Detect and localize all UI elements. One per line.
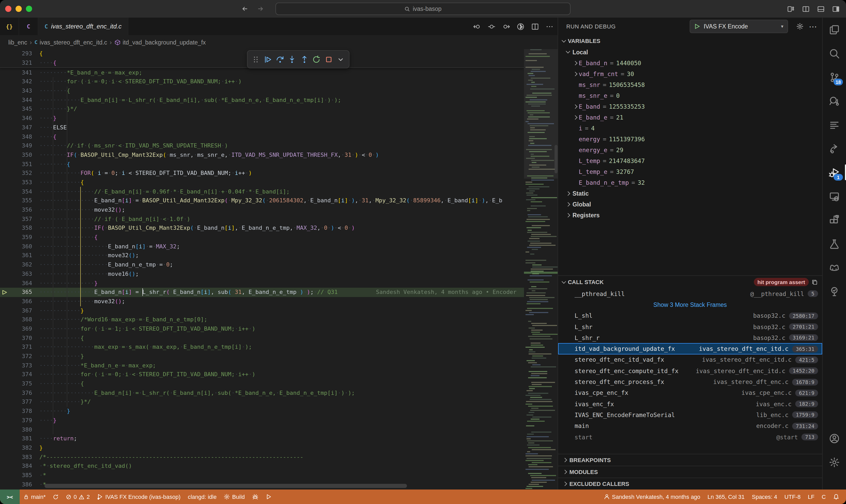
scope-static[interactable]: Static bbox=[558, 188, 822, 199]
code-line[interactable]: 385·* bbox=[0, 471, 524, 480]
code-line[interactable]: 373············*E_band_n_e·=·max_exp; bbox=[0, 361, 524, 370]
step-out-icon[interactable] bbox=[300, 55, 309, 64]
variable-row[interactable]: E_band_n=1440050 bbox=[558, 57, 822, 68]
code-line[interactable]: 358················IF(·BASOP_Util_Cmp_Ma… bbox=[0, 223, 524, 233]
blame-item[interactable]: Sandesh Venkatesh, 4 months ago bbox=[600, 489, 704, 504]
toggle-primary-sidebar-icon[interactable] bbox=[802, 5, 810, 13]
code-line[interactable]: 383/*-----------------------------------… bbox=[0, 452, 524, 462]
stack-frame-row[interactable]: stereo_dft_enc_itd_vad_fxivas_stereo_dft… bbox=[558, 355, 822, 365]
show-more-stack-frames-link[interactable]: Show 3 More Stack Frames bbox=[558, 299, 822, 310]
minimap-viewport[interactable] bbox=[524, 49, 557, 179]
customize-layout-icon[interactable] bbox=[787, 5, 795, 13]
code-line[interactable]: 366················move32(); bbox=[0, 297, 524, 306]
code-line[interactable]: 372············} bbox=[0, 352, 524, 361]
cursor-position-item[interactable]: Ln 365, Col 31 bbox=[704, 489, 748, 504]
code-line[interactable]: 364················} bbox=[0, 278, 524, 287]
code-line[interactable]: 342········for·(·i·=·0;·i·<·STEREO_DFT_I… bbox=[0, 77, 524, 86]
close-window-icon[interactable] bbox=[5, 6, 12, 12]
toolbar-chevron-icon[interactable] bbox=[337, 55, 345, 64]
current-change-icon[interactable] bbox=[488, 22, 495, 30]
horizontal-scrollbar[interactable] bbox=[45, 484, 407, 488]
notifications-item[interactable] bbox=[829, 489, 843, 504]
open-timeline-icon[interactable] bbox=[516, 22, 524, 30]
next-change-icon[interactable] bbox=[502, 22, 510, 30]
variable-row[interactable]: energy_e=29 bbox=[558, 144, 822, 155]
extensions-icon[interactable] bbox=[823, 208, 846, 232]
toggle-secondary-sidebar-icon[interactable] bbox=[832, 5, 840, 13]
variable-row[interactable]: ms_snr=1506535458 bbox=[558, 79, 822, 90]
code-line[interactable]: 375············{ bbox=[0, 379, 524, 388]
start-debug-icon[interactable] bbox=[694, 23, 700, 30]
tab-json-file[interactable]: {} bbox=[0, 18, 19, 35]
code-line[interactable]: 381····return; bbox=[0, 434, 524, 443]
code-line[interactable]: 378········} bbox=[0, 407, 524, 416]
code-line[interactable]: 370············{ bbox=[0, 334, 524, 343]
copy-call-stack-icon[interactable] bbox=[811, 278, 818, 285]
code-line[interactable]: 379····} bbox=[0, 416, 524, 425]
code-line[interactable]: 351········{ bbox=[0, 160, 524, 169]
minimap[interactable] bbox=[524, 49, 557, 489]
variable-row[interactable]: energy=1151397396 bbox=[558, 133, 822, 144]
encoding-item[interactable]: UTF-8 bbox=[781, 489, 804, 504]
stack-frame-row[interactable]: IVAS_ENC_EncodeFrameToSeriallib_enc.c175… bbox=[558, 410, 822, 421]
step-into-icon[interactable] bbox=[288, 55, 296, 64]
stack-frame-row[interactable]: ivas_cpe_enc_fxivas_cpe_enc.c621:9 bbox=[558, 387, 822, 398]
build-item[interactable]: Build bbox=[220, 489, 248, 504]
stop-icon[interactable] bbox=[324, 55, 333, 64]
indentation-item[interactable]: Spaces: 4 bbox=[748, 489, 781, 504]
code-line[interactable]: 345········}*/ bbox=[0, 105, 524, 113]
variables-section-header[interactable]: VARIABLES bbox=[558, 35, 822, 47]
previous-change-icon[interactable] bbox=[473, 22, 481, 30]
variable-row[interactable]: E_band_n_e_tmp=32 bbox=[558, 177, 822, 188]
chevron-right-icon[interactable] bbox=[571, 116, 579, 119]
code-line[interactable]: 380 bbox=[0, 425, 524, 434]
code-line[interactable]: 362····················E_band_n_e_tmp·=·… bbox=[0, 260, 524, 269]
tab-c-file[interactable]: C bbox=[19, 18, 38, 35]
code-line[interactable]: 374············for·(·i·=·0;·i·<·STEREO_D… bbox=[0, 370, 524, 379]
more-actions-icon[interactable] bbox=[545, 22, 553, 30]
code-line[interactable]: 369············for·(·i·=·1;·i·<·STEREO_D… bbox=[0, 324, 524, 333]
stack-frame-row[interactable]: __pthread_kill@__pthread_kill5 bbox=[558, 288, 822, 299]
code-editor[interactable]: 293{321····{ 341········*E_band_n_e·=·ma… bbox=[0, 49, 557, 489]
bug-item[interactable] bbox=[248, 489, 262, 504]
stack-frame-row[interactable]: stereo_dft_enc_compute_itd_fxivas_stereo… bbox=[558, 365, 822, 376]
debug-session-item[interactable]: IVAS FX Encode (ivas-basop) bbox=[93, 489, 184, 504]
clangd-item[interactable]: clangd: idle bbox=[184, 489, 220, 504]
code-line[interactable]: 382} bbox=[0, 443, 524, 452]
current-debug-line[interactable]: 365················E_band_n[i]·=·L_shr_r… bbox=[0, 288, 524, 297]
breakpoints-section-header[interactable]: BREAKPOINTS bbox=[558, 454, 822, 466]
split-editor-icon[interactable] bbox=[531, 22, 539, 30]
debug-settings-gear-icon[interactable] bbox=[796, 23, 804, 30]
code-line[interactable]: 356················move32(); bbox=[0, 205, 524, 214]
stack-frame-row[interactable]: L_shr_rbasop32.c3169:21 bbox=[558, 332, 822, 343]
history-forward-icon[interactable] bbox=[257, 5, 264, 13]
code-line[interactable]: 368············/*Word16·max_exp·=·E_band… bbox=[0, 315, 524, 324]
stack-frame-row[interactable]: mainencoder.c731:24 bbox=[558, 420, 822, 432]
call-stack-section-header[interactable]: CALL STACK hit program assert bbox=[558, 275, 822, 288]
copilot-icon[interactable] bbox=[823, 256, 846, 280]
drag-handle-icon[interactable] bbox=[252, 55, 260, 64]
share-icon[interactable] bbox=[823, 137, 846, 160]
run-item[interactable] bbox=[262, 489, 276, 504]
variable-row[interactable]: L_temp_e=32767 bbox=[558, 166, 822, 177]
code-line[interactable]: 350········IF(·BASOP_Util_Cmp_Mant32Exp(… bbox=[0, 150, 524, 159]
stack-frame-row[interactable]: ivas_enc_fxivas_enc.c182:9 bbox=[558, 398, 822, 410]
command-center-search[interactable]: ivas-basop bbox=[276, 3, 570, 15]
code-line[interactable]: 359················{ bbox=[0, 233, 524, 242]
code-line[interactable]: 363····················move16(); bbox=[0, 269, 524, 278]
run-and-debug-icon[interactable]: 1 bbox=[823, 160, 846, 184]
language-item[interactable]: C bbox=[818, 489, 829, 504]
toggle-panel-icon[interactable] bbox=[817, 5, 825, 13]
eol-item[interactable]: LF bbox=[804, 489, 818, 504]
step-over-icon[interactable] bbox=[276, 55, 284, 64]
maximize-window-icon[interactable] bbox=[26, 6, 32, 12]
stack-frame-row[interactable]: L_shlbasop32.c2580:17 bbox=[558, 310, 822, 321]
code-line[interactable]: 355················E_band_n[i]·=·BASOP_U… bbox=[0, 196, 524, 205]
code-line[interactable]: 354················//·E_band_n[i]·=·0.96… bbox=[0, 187, 524, 196]
search-icon[interactable] bbox=[823, 41, 846, 65]
scope-registers[interactable]: Registers bbox=[558, 210, 822, 220]
branch-item[interactable]: main* bbox=[20, 489, 49, 504]
output-list-icon[interactable] bbox=[823, 113, 846, 137]
code-line[interactable]: 353············{ bbox=[0, 178, 524, 187]
code-line[interactable]: 361····················move32(); bbox=[0, 251, 524, 260]
